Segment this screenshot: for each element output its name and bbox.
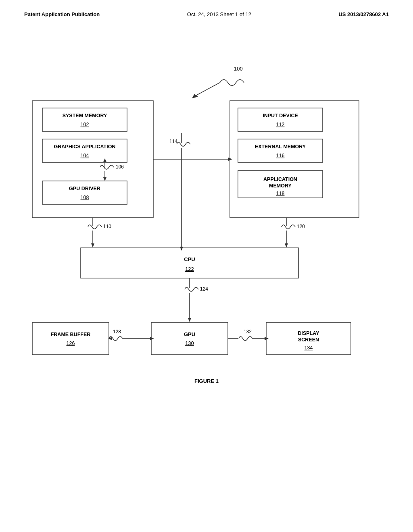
ref-106-label: 106 <box>116 164 124 170</box>
graphics-application-ref: 104 <box>81 153 89 158</box>
cpu-box <box>81 248 298 278</box>
arrow-128-right-head <box>150 337 154 340</box>
arrow-114-arrowhead <box>180 247 183 251</box>
graphics-application-box <box>42 139 127 162</box>
arrow-106-up-head <box>103 158 106 162</box>
external-memory-ref: 116 <box>276 153 285 158</box>
gpu-driver-label: GPU DRIVER <box>69 186 100 191</box>
ref-124-squiggle <box>185 287 198 291</box>
arrow-132-arrowhead <box>265 337 269 340</box>
display-screen-label1: DISPLAY <box>298 330 319 336</box>
ref-132-label: 132 <box>244 329 252 335</box>
ref-132-squiggle <box>239 337 252 341</box>
gpu-ref: 130 <box>185 340 194 346</box>
ref-120-label: 120 <box>297 224 305 229</box>
application-memory-ref: 118 <box>276 191 285 196</box>
external-memory-label: EXTERNAL MEMORY <box>255 144 306 150</box>
input-device-box <box>238 108 323 131</box>
external-memory-box <box>238 139 323 162</box>
frame-buffer-label: FRAME BUFFER <box>51 332 91 337</box>
ref-100-arrow-line <box>194 83 220 97</box>
frame-buffer-ref: 126 <box>67 341 75 346</box>
ref-120-squiggle <box>282 225 295 229</box>
ref-128-label: 128 <box>113 329 121 335</box>
system-memory-label: SYSTEM MEMORY <box>63 113 107 118</box>
graphics-application-label: GRAPHICS APPLICATION <box>54 144 116 150</box>
ref-124-label: 124 <box>200 286 208 292</box>
application-memory-label1: APPLICATION <box>263 177 297 182</box>
arrow-106-down-head <box>103 177 106 181</box>
gpu-driver-ref: 108 <box>81 195 89 200</box>
ref-100-label: 100 <box>234 66 243 72</box>
gpu-box <box>151 322 228 355</box>
input-device-ref: 112 <box>276 122 285 127</box>
ref-114-label: 114 <box>169 139 177 144</box>
patent-diagram: 100 SYSTEM MEMORY 102 GRAPHICS APPLICATI… <box>0 0 413 532</box>
cpu-ref: 122 <box>185 266 194 272</box>
figure-caption: FIGURE 1 <box>194 378 219 384</box>
ref-100-squiggle <box>220 80 244 86</box>
arrow-124-arrowhead <box>188 318 191 322</box>
display-screen-ref: 134 <box>305 345 313 351</box>
gpu-label: GPU <box>184 331 195 337</box>
ref-106-squiggle <box>100 165 114 169</box>
gpu-driver-box <box>42 181 127 204</box>
system-memory-box <box>42 108 127 131</box>
cpu-label: CPU <box>184 256 195 262</box>
arrow-120-arrowhead <box>285 243 288 247</box>
system-memory-ref: 102 <box>81 122 89 127</box>
ref-110-squiggle <box>88 225 102 229</box>
ref-114-squiggle <box>177 142 190 146</box>
display-screen-label2: SCREEN <box>298 337 319 343</box>
frame-buffer-box <box>32 322 109 355</box>
application-memory-label2: MEMORY <box>269 183 292 189</box>
ref-110-label: 110 <box>103 224 111 229</box>
horiz-right-arrowhead <box>228 158 232 161</box>
arrow-110-arrowhead <box>91 243 94 247</box>
input-device-label: INPUT DEVICE <box>263 113 298 118</box>
